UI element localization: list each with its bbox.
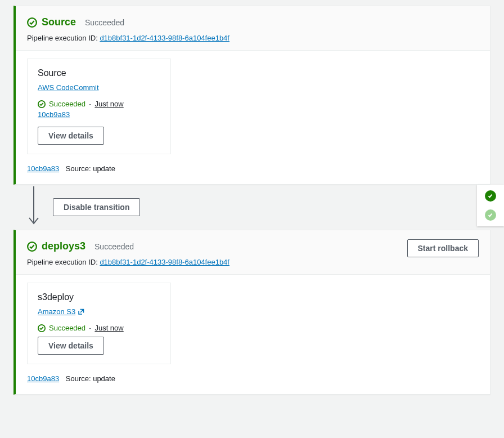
- action-provider-link[interactable]: Amazon S3: [38, 307, 84, 316]
- stage-title-row: Source Succeeded: [27, 16, 479, 28]
- status-dot-success[interactable]: [485, 190, 496, 202]
- dash: -: [89, 100, 91, 108]
- execution-row: Pipeline execution ID: d1b8bf31-1d2f-413…: [27, 34, 479, 42]
- action-title: s3deploy: [38, 292, 160, 302]
- start-rollback-button[interactable]: Start rollback: [407, 239, 479, 257]
- status-dot-pending[interactable]: [485, 209, 496, 221]
- summary-message: Source: update: [66, 374, 115, 383]
- summary-commit-link[interactable]: 10cb9a83: [27, 374, 59, 383]
- success-icon: [38, 324, 46, 332]
- success-icon: [27, 242, 37, 252]
- action-title: Source: [38, 68, 160, 78]
- timestamp-link[interactable]: Just now: [94, 100, 123, 108]
- stage-status: Succeeded: [94, 242, 134, 251]
- stage-body: Source AWS CodeCommit Succeeded - Just n…: [16, 51, 490, 184]
- source-summary: 10cb9a83 Source: update: [27, 164, 479, 173]
- action-status: Succeeded: [49, 100, 86, 108]
- stage-deploys3: deploys3 Succeeded Pipeline execution ID…: [14, 230, 490, 395]
- view-details-button[interactable]: View details: [38, 337, 104, 355]
- dash: -: [89, 324, 91, 332]
- action-status: Succeeded: [49, 324, 86, 332]
- action-result: Succeeded - Just now: [38, 324, 160, 332]
- stage-name: Source: [42, 16, 76, 28]
- action-result: Succeeded - Just now: [38, 100, 160, 108]
- execution-label: Pipeline execution ID:: [27, 258, 98, 266]
- execution-id-link[interactable]: d1b8bf31-1d2f-4133-98f8-6a104fee1b4f: [100, 34, 230, 42]
- action-card: Source AWS CodeCommit Succeeded - Just n…: [27, 59, 171, 154]
- action-card: s3deploy Amazon S3 Succeeded - Just now: [27, 283, 171, 364]
- view-details-button[interactable]: View details: [38, 127, 104, 145]
- stage-body: s3deploy Amazon S3 Succeeded - Just now: [16, 275, 490, 394]
- success-icon: [38, 100, 46, 108]
- summary-commit-link[interactable]: 10cb9a83: [27, 164, 59, 173]
- status-indicator-panel: [477, 185, 504, 226]
- disable-transition-button[interactable]: Disable transition: [53, 198, 140, 216]
- external-link-icon: [78, 309, 84, 315]
- stage-status: Succeeded: [85, 18, 124, 27]
- stage-source: Source Succeeded Pipeline execution ID: …: [14, 6, 490, 185]
- arrow-down-icon: [27, 186, 40, 228]
- execution-id-link[interactable]: d1b8bf31-1d2f-4133-98f8-6a104fee1b4f: [100, 258, 230, 266]
- summary-message: Source: update: [66, 164, 115, 173]
- provider-label: Amazon S3: [38, 307, 75, 316]
- stage-header: Source Succeeded Pipeline execution ID: …: [16, 6, 490, 51]
- source-summary: 10cb9a83 Source: update: [27, 374, 479, 383]
- provider-label: AWS CodeCommit: [38, 83, 99, 92]
- commit-link[interactable]: 10cb9a83: [38, 110, 70, 119]
- transition: Disable transition: [14, 185, 490, 230]
- execution-label: Pipeline execution ID:: [27, 34, 98, 42]
- stage-header: deploys3 Succeeded Pipeline execution ID…: [16, 230, 490, 275]
- success-icon: [27, 17, 37, 28]
- action-provider-link[interactable]: AWS CodeCommit: [38, 83, 99, 92]
- timestamp-link[interactable]: Just now: [94, 324, 123, 332]
- stage-name: deploys3: [42, 240, 86, 252]
- execution-row: Pipeline execution ID: d1b8bf31-1d2f-413…: [27, 258, 479, 266]
